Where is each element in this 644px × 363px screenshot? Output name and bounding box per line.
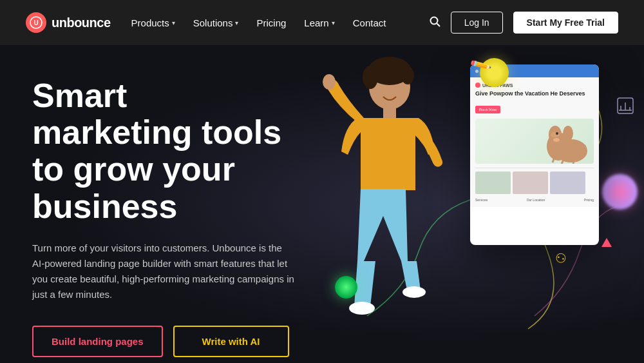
- navbar-left: U unbounce Products ▾ Solutions ▾ Pric: [26, 12, 386, 33]
- nav-item-pricing[interactable]: Pricing: [256, 17, 286, 28]
- svg-point-11: [402, 286, 426, 298]
- navbar-right: Log In Start My Free Trial: [429, 12, 618, 34]
- chart-icon: [616, 97, 634, 119]
- green-orb-decoration: [335, 276, 357, 299]
- mockup-image-area: [475, 119, 594, 164]
- svg-rect-8: [383, 105, 396, 118]
- svg-point-18: [553, 138, 560, 142]
- mockup-thumb-1: [475, 172, 511, 194]
- search-button[interactable]: [429, 15, 440, 30]
- logo-link[interactable]: U unbounce: [26, 12, 111, 33]
- search-icon: [429, 15, 440, 30]
- hero-content: Smart marketing tools to grow your busin…: [0, 45, 322, 363]
- mockup-cta: Book Now: [475, 106, 500, 113]
- svg-point-15: [563, 126, 573, 141]
- triangle-decoration: [601, 238, 612, 247]
- mockup-nav-services: Services: [475, 198, 488, 202]
- fork-icon: ⚇: [553, 250, 569, 268]
- mockup-brand-dot: [475, 83, 480, 88]
- hero-visual: URBAN PAWS Give Powpow the Vacation He D…: [290, 45, 644, 363]
- logo-text: unbounce: [52, 15, 111, 30]
- hero-subtitle: Turn more of your visitors into customer…: [32, 240, 296, 302]
- mockup-nav-pricing: Pricing: [584, 198, 594, 202]
- nav-item-contact[interactable]: Contact: [353, 17, 386, 28]
- write-with-ai-button[interactable]: Write with AI: [173, 326, 289, 357]
- person-illustration: [306, 48, 454, 351]
- build-landing-pages-button[interactable]: Build landing pages: [32, 326, 163, 357]
- mockup-headline: Give Powpow the Vacation He Deserves: [475, 90, 594, 98]
- mockup-body: URBAN PAWS Give Powpow the Vacation He D…: [470, 77, 599, 207]
- svg-point-10: [349, 302, 375, 315]
- svg-point-9: [323, 74, 336, 90]
- logo-icon: U: [26, 12, 46, 33]
- chevron-down-icon: ▾: [235, 19, 238, 26]
- trial-button[interactable]: Start My Free Trial: [513, 12, 618, 34]
- mockup-thumbnails: [475, 172, 594, 194]
- svg-line-20: [573, 159, 574, 164]
- mockup-nav-bottom: Services Our Location Pricing: [475, 198, 594, 202]
- nav-item-learn[interactable]: Learn ▾: [304, 17, 334, 28]
- svg-point-17: [556, 132, 558, 135]
- nav-item-solutions[interactable]: Solutions ▾: [193, 17, 239, 28]
- nav-item-products[interactable]: Products ▾: [131, 17, 175, 28]
- svg-point-6: [363, 66, 378, 89]
- svg-point-16: [551, 132, 560, 137]
- hero-title: Smart marketing tools to grow your busin…: [32, 77, 296, 225]
- pink-splat-decoration: [602, 174, 638, 210]
- navbar: U unbounce Products ▾ Solutions ▾ Pric: [0, 0, 644, 45]
- dog-illustration: [536, 122, 594, 164]
- chevron-down-icon: ▾: [332, 19, 335, 26]
- landing-page-mockup: URBAN PAWS Give Powpow the Vacation He D…: [470, 64, 599, 245]
- mockup-thumb-2: [513, 172, 548, 194]
- svg-line-3: [437, 23, 440, 26]
- hero-buttons: Build landing pages Write with AI: [32, 326, 296, 357]
- svg-text:U: U: [33, 19, 38, 26]
- mockup-nav-location: Our Location: [527, 198, 545, 202]
- nav-links: Products ▾ Solutions ▾ Pricing Learn ▾: [131, 17, 386, 28]
- login-button[interactable]: Log In: [451, 12, 503, 34]
- mockup-divider: [475, 168, 594, 168]
- svg-point-7: [401, 66, 414, 84]
- chevron-down-icon: ▾: [172, 19, 175, 26]
- svg-point-2: [430, 17, 437, 24]
- hero-section: Smart marketing tools to grow your busin…: [0, 45, 644, 363]
- mockup-thumb-3: [550, 172, 585, 194]
